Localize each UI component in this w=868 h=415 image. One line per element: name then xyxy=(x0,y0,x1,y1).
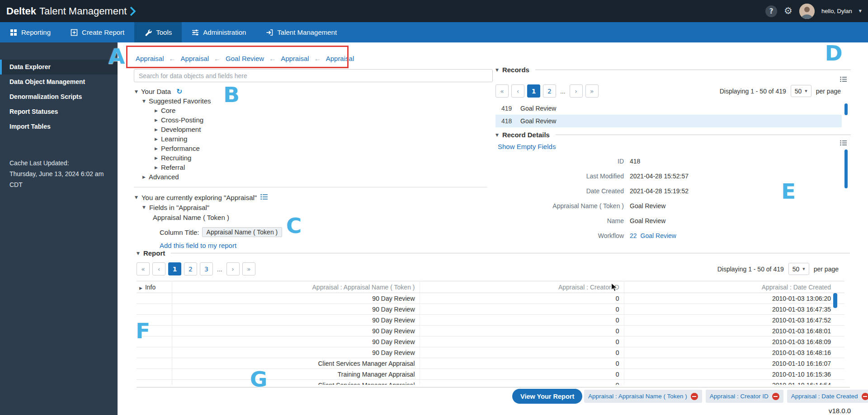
tab-administration[interactable]: Administration xyxy=(182,22,256,42)
page-size-select[interactable]: 50 ▼ xyxy=(788,263,809,275)
fields-header[interactable]: ▼ Fields in "Appraisal" xyxy=(142,202,282,212)
page-button-1[interactable]: 1 xyxy=(527,84,540,98)
remove-field-icon[interactable] xyxy=(691,393,698,400)
breadcrumb-item[interactable]: Appraisal xyxy=(181,55,209,62)
field-name-row[interactable]: Appraisal Name ( Token ) xyxy=(153,212,282,222)
page-button-2[interactable]: 2 xyxy=(543,84,556,98)
table-row: Client Services Manager Appraisal02010-0… xyxy=(137,358,844,369)
caret-down-icon[interactable]: ▼ xyxy=(495,133,499,137)
caret-down-icon[interactable]: ▼ xyxy=(142,205,146,210)
report-title[interactable]: Report xyxy=(143,249,165,257)
user-menu-caret-icon[interactable]: ▼ xyxy=(859,9,862,13)
workflow-name-link[interactable]: Goal Review xyxy=(641,232,676,239)
tab-tools[interactable]: Tools xyxy=(134,22,182,42)
tree-item-recruiting[interactable]: ▶ Recruiting xyxy=(135,153,211,163)
records-scrollbar[interactable] xyxy=(844,103,848,115)
tree-item-referral[interactable]: ▶ Referral xyxy=(135,163,211,172)
prev-page-button[interactable]: ‹ xyxy=(511,84,524,98)
remove-field-icon[interactable] xyxy=(862,393,868,400)
field-list-icon[interactable] xyxy=(260,194,268,201)
tree-item-core[interactable]: ▶ Core xyxy=(135,106,211,115)
record-details-title[interactable]: Record Details xyxy=(502,131,550,139)
breadcrumb-item[interactable]: Appraisal xyxy=(281,55,309,62)
search-input[interactable] xyxy=(134,69,493,82)
caret-down-icon[interactable]: ▼ xyxy=(142,99,146,103)
record-row[interactable]: 419 Goal Review xyxy=(495,102,842,115)
records-list-icon[interactable] xyxy=(840,76,847,84)
next-page-button[interactable]: › xyxy=(570,84,583,98)
first-page-button[interactable]: « xyxy=(137,262,150,275)
add-field-link[interactable]: Add this field to my report xyxy=(160,242,236,249)
record-details-scrollbar[interactable] xyxy=(844,149,848,188)
column-header-appraisal-name[interactable]: Appraisal : Appraisal Name ( Token ) xyxy=(172,281,420,293)
tree-item-advanced[interactable]: ▶ Advanced xyxy=(135,172,211,182)
sidebar-item-data-object-management[interactable]: Data Object Management xyxy=(0,75,118,89)
caret-right-icon[interactable]: ▶ xyxy=(155,165,158,170)
chip-appraisal-name[interactable]: Appraisal : Appraisal Name ( Token ) xyxy=(584,390,702,403)
tree-item-cross-posting[interactable]: ▶ Cross-Posting xyxy=(135,115,211,125)
caret-right-icon[interactable]: ▶ xyxy=(142,175,146,179)
caret-right-icon[interactable]: ▶ xyxy=(155,108,158,113)
dropdown-caret-icon: ▼ xyxy=(805,89,807,93)
page-button-1[interactable]: 1 xyxy=(168,262,181,275)
gear-icon[interactable]: ⚙ xyxy=(784,6,793,16)
caret-right-icon[interactable]: ▶ xyxy=(155,137,158,141)
workflow-id-link[interactable]: 22 xyxy=(630,232,637,239)
breadcrumb-item[interactable]: Appraisal xyxy=(136,55,164,62)
record-details-list-icon[interactable] xyxy=(840,140,847,147)
show-empty-fields-link[interactable]: Show Empty Fields xyxy=(498,143,556,150)
page-button-3[interactable]: 3 xyxy=(200,262,213,275)
cell-date: 2010-01-03 16:47:52 xyxy=(624,315,844,326)
tab-create-report[interactable]: Create Report xyxy=(61,22,134,42)
caret-down-icon[interactable]: ▼ xyxy=(135,89,138,94)
view-report-button[interactable]: View Your Report xyxy=(512,389,582,404)
remove-field-icon[interactable] xyxy=(772,393,779,400)
tree-label: Performance xyxy=(161,145,200,152)
refresh-icon[interactable]: ↻ xyxy=(176,87,182,96)
column-header-date-created[interactable]: Appraisal : Date Created xyxy=(624,281,844,293)
caret-down-icon[interactable]: ▼ xyxy=(495,68,499,72)
caret-right-icon[interactable]: ▶ xyxy=(139,286,142,290)
help-icon[interactable]: ? xyxy=(765,5,777,17)
caret-right-icon[interactable]: ▶ xyxy=(155,127,158,132)
chip-date-created[interactable]: Appraisal : Date Created xyxy=(787,390,868,403)
tree-item-your-data[interactable]: ▼ Your Data ↻ xyxy=(135,87,211,96)
caret-right-icon[interactable]: ▶ xyxy=(155,156,158,160)
records-title[interactable]: Records xyxy=(502,66,529,74)
tab-reporting[interactable]: Reporting xyxy=(0,22,61,42)
caret-right-icon[interactable]: ▶ xyxy=(155,118,158,122)
caret-right-icon[interactable]: ▶ xyxy=(155,146,158,151)
divider xyxy=(137,387,850,387)
last-page-button[interactable]: » xyxy=(242,262,255,275)
record-row-selected[interactable]: 418 Goal Review xyxy=(495,115,842,127)
breadcrumb-item[interactable]: Appraisal xyxy=(326,55,354,62)
info-column-header[interactable]: ▶Info xyxy=(137,281,172,293)
sidebar-item-data-explorer[interactable]: Data Explorer xyxy=(0,60,118,75)
tree-item-learning[interactable]: ▶ Learning xyxy=(135,134,211,144)
next-page-button[interactable]: › xyxy=(226,262,240,275)
report-table-scrollbar[interactable] xyxy=(833,293,837,308)
last-page-button[interactable]: » xyxy=(585,84,599,98)
sidebar-item-denormalization-scripts[interactable]: Denormalization Scripts xyxy=(0,89,118,104)
first-page-button[interactable]: « xyxy=(495,84,509,98)
breadcrumb-item[interactable]: Goal Review xyxy=(226,55,264,62)
back-arrow-icon: ← xyxy=(314,55,321,62)
sidebar-item-import-tables[interactable]: Import Tables xyxy=(0,119,118,134)
workflow-label-link[interactable]: Workflow xyxy=(495,232,630,239)
sidebar-item-report-statuses[interactable]: Report Statuses xyxy=(0,104,118,119)
user-greeting[interactable]: hello, Dylan xyxy=(821,8,852,14)
exploring-header[interactable]: ▼ You are currently exploring "Appraisal… xyxy=(135,192,282,202)
tree-item-performance[interactable]: ▶ Performance xyxy=(135,144,211,153)
avatar[interactable] xyxy=(799,4,815,19)
chip-creator-id[interactable]: Appraisal : Creator ID xyxy=(706,390,783,403)
caret-down-icon[interactable]: ▼ xyxy=(135,195,138,200)
caret-down-icon[interactable]: ▼ xyxy=(137,251,140,256)
page-size-select[interactable]: 50 ▼ xyxy=(791,85,811,97)
tree-item-suggested-favorites[interactable]: ▼ Suggested Favorites xyxy=(135,96,211,106)
column-header-creator-id[interactable]: Appraisal : Creator ID xyxy=(420,281,624,293)
tab-talent-management[interactable]: Talent Management xyxy=(256,22,347,42)
page-button-2[interactable]: 2 xyxy=(184,262,197,275)
column-title-value[interactable]: Appraisal Name ( Token ) xyxy=(202,227,283,237)
prev-page-button[interactable]: ‹ xyxy=(152,262,165,275)
tree-item-development[interactable]: ▶ Development xyxy=(135,125,211,134)
